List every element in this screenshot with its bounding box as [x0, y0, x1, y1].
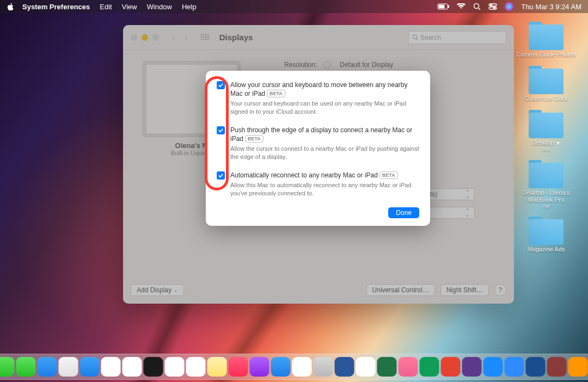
- desktop-folder[interactable]: Customize Dock: [511, 66, 581, 102]
- option-row: Push through the edge of a display to co…: [217, 126, 419, 161]
- desktop-folder[interactable]: Camera Guide Photos: [511, 22, 581, 58]
- dock-app-todoist[interactable]: [441, 357, 461, 377]
- dock-app-slack[interactable]: [292, 357, 312, 377]
- svg-point-7: [491, 4, 492, 6]
- menubar: System Preferences Edit View Window Help…: [0, 0, 588, 13]
- siri-icon[interactable]: [505, 2, 513, 11]
- control-center-icon[interactable]: [488, 3, 497, 10]
- desktop-icons: Camera Guide Photos Customize Dock Deskt…: [511, 22, 581, 253]
- edit-menu[interactable]: Edit: [100, 3, 112, 11]
- folder-icon: [529, 217, 564, 245]
- dock-app-podcasts[interactable]: [250, 357, 270, 377]
- dock-app-calendar2[interactable]: [165, 357, 185, 377]
- dock-app-zoom[interactable]: [505, 357, 524, 377]
- battery-icon[interactable]: [437, 3, 449, 10]
- desktop-folder[interactable]: Desktop AM: [511, 110, 581, 152]
- window-menu[interactable]: Window: [147, 3, 172, 11]
- svg-point-3: [474, 4, 479, 9]
- dock-app-calendar[interactable]: [101, 357, 121, 377]
- option-title: Automatically reconnect to any nearby Ma…: [230, 171, 419, 180]
- svg-rect-2: [439, 5, 444, 8]
- dock-app-app2[interactable]: [483, 357, 503, 377]
- dock-app-appstore[interactable]: [271, 357, 291, 377]
- dock-app-app1[interactable]: [462, 357, 482, 377]
- dock-app-excel[interactable]: [377, 357, 397, 377]
- dock-app-photos[interactable]: [186, 357, 206, 377]
- beta-badge: BETA: [267, 90, 285, 97]
- option-description: Your cursor and keyboard can be used on …: [230, 100, 419, 116]
- dock-app-reminders[interactable]: [122, 357, 142, 377]
- universal-control-popover: Allow your cursor and keyboard to move b…: [206, 71, 430, 226]
- view-menu[interactable]: View: [122, 3, 137, 11]
- dock-app-pages[interactable]: [568, 357, 588, 377]
- desktop-folder[interactable]: Magazine Ads: [511, 217, 581, 253]
- dock-app-settings[interactable]: [314, 357, 333, 377]
- dock: [0, 354, 588, 380]
- folder-icon: [529, 110, 564, 138]
- option-row: Allow your cursor and keyboard to move b…: [217, 81, 419, 116]
- dock-app-music[interactable]: [229, 357, 248, 377]
- allow-cursor-checkbox[interactable]: [217, 81, 225, 89]
- dock-app-1password[interactable]: [526, 357, 546, 377]
- option-description: Allow this Mac to automatically reconnec…: [230, 181, 419, 198]
- wifi-icon[interactable]: [457, 3, 465, 10]
- dock-app-maps[interactable]: [59, 357, 78, 377]
- dock-app-notes[interactable]: [207, 357, 227, 377]
- folder-icon: [529, 160, 564, 188]
- dock-app-sheets[interactable]: [420, 357, 439, 377]
- datetime[interactable]: Thu Mar 3 9:24 AM: [521, 3, 581, 11]
- dock-app-facetime[interactable]: [16, 357, 36, 377]
- svg-line-4: [479, 8, 481, 10]
- dock-app-mail[interactable]: [38, 357, 57, 377]
- dock-app-messages[interactable]: [0, 357, 15, 377]
- beta-badge: BETA: [245, 135, 264, 143]
- auto-reconnect-checkbox[interactable]: [217, 171, 225, 180]
- dock-app-safari[interactable]: [80, 357, 100, 377]
- help-menu[interactable]: Help: [182, 3, 197, 11]
- option-row: Automatically reconnect to any nearby Ma…: [217, 171, 419, 198]
- dock-app-appletv[interactable]: [144, 357, 163, 377]
- svg-rect-1: [448, 5, 449, 8]
- app-menu[interactable]: System Preferences: [22, 3, 90, 11]
- dock-app-dictionary[interactable]: [547, 357, 567, 377]
- done-button[interactable]: Done: [388, 207, 419, 218]
- folder-icon: [529, 66, 564, 94]
- folder-icon: [529, 22, 564, 50]
- search-icon[interactable]: [473, 3, 481, 10]
- dock-app-asana[interactable]: [399, 357, 418, 377]
- option-title: Allow your cursor and keyboard to move b…: [230, 81, 419, 98]
- option-description: Allow the cursor to connect to a nearby …: [230, 145, 419, 161]
- beta-badge: BETA: [379, 171, 398, 179]
- option-title: Push through the edge of a display to co…: [230, 126, 419, 143]
- svg-point-8: [494, 8, 495, 9]
- dock-app-chrome[interactable]: [356, 357, 376, 377]
- apple-menu-icon[interactable]: [7, 3, 15, 11]
- desktop-folder[interactable]: Desktop - Olena's MacBook ProAM: [511, 160, 581, 209]
- push-through-checkbox[interactable]: [217, 126, 225, 134]
- dock-app-word[interactable]: [335, 357, 354, 377]
